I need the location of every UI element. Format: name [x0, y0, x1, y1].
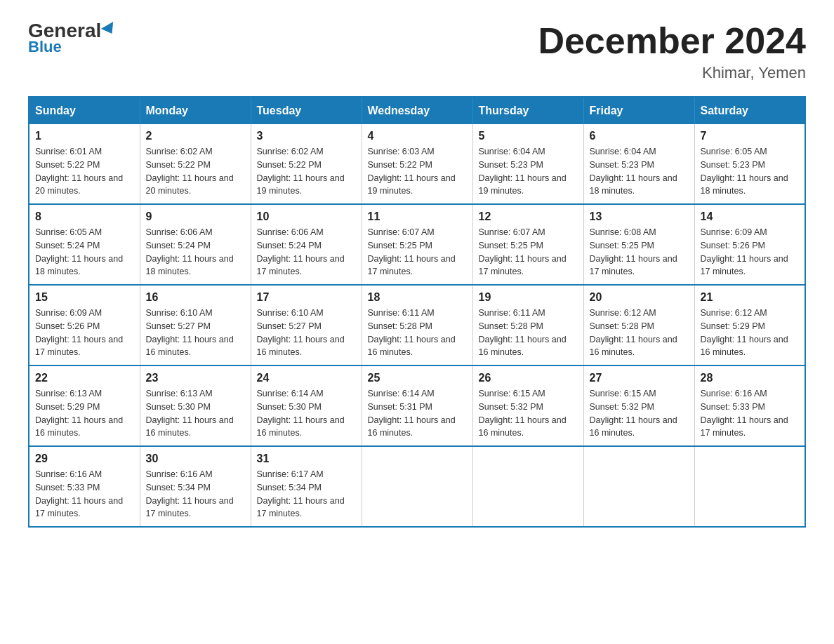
table-row: 18 Sunrise: 6:11 AMSunset: 5:28 PMDaylig…	[362, 285, 472, 365]
day-number: 16	[146, 291, 245, 304]
col-saturday: Saturday	[694, 97, 805, 124]
day-number: 24	[257, 372, 356, 384]
day-number: 19	[479, 291, 578, 304]
table-row: 14 Sunrise: 6:09 AMSunset: 5:26 PMDaylig…	[694, 204, 805, 285]
day-info: Sunrise: 6:08 AMSunset: 5:25 PMDaylight:…	[590, 226, 689, 279]
table-row: 17 Sunrise: 6:10 AMSunset: 5:27 PMDaylig…	[251, 285, 362, 365]
table-row: 3 Sunrise: 6:02 AMSunset: 5:22 PMDayligh…	[251, 124, 362, 204]
day-info: Sunrise: 6:17 AMSunset: 5:34 PMDaylight:…	[257, 468, 356, 521]
day-number: 11	[368, 210, 467, 223]
col-friday: Friday	[583, 97, 694, 124]
calendar-week-row: 1 Sunrise: 6:01 AMSunset: 5:22 PMDayligh…	[29, 124, 805, 204]
title-section: December 2024 Khimar, Yemen	[538, 21, 806, 82]
col-sunday: Sunday	[29, 97, 140, 124]
day-info: Sunrise: 6:06 AMSunset: 5:24 PMDaylight:…	[257, 226, 356, 279]
day-info: Sunrise: 6:05 AMSunset: 5:24 PMDaylight:…	[35, 226, 134, 279]
col-thursday: Thursday	[472, 97, 583, 124]
page-header: General Blue December 2024 Khimar, Yemen	[28, 21, 806, 82]
table-row: 21 Sunrise: 6:12 AMSunset: 5:29 PMDaylig…	[694, 285, 805, 365]
day-info: Sunrise: 6:06 AMSunset: 5:24 PMDaylight:…	[146, 226, 245, 279]
location: Khimar, Yemen	[538, 64, 806, 82]
day-number: 27	[590, 372, 689, 384]
table-row: 29 Sunrise: 6:16 AMSunset: 5:33 PMDaylig…	[29, 446, 140, 527]
day-number: 8	[35, 210, 134, 223]
calendar-week-row: 15 Sunrise: 6:09 AMSunset: 5:26 PMDaylig…	[29, 285, 805, 365]
table-row: 30 Sunrise: 6:16 AMSunset: 5:34 PMDaylig…	[140, 446, 251, 527]
table-row: 5 Sunrise: 6:04 AMSunset: 5:23 PMDayligh…	[472, 124, 583, 204]
day-number: 21	[701, 291, 800, 304]
day-info: Sunrise: 6:11 AMSunset: 5:28 PMDaylight:…	[479, 307, 578, 359]
day-info: Sunrise: 6:16 AMSunset: 5:34 PMDaylight:…	[146, 468, 245, 521]
day-number: 20	[590, 291, 689, 304]
day-number: 23	[146, 372, 245, 384]
table-row: 19 Sunrise: 6:11 AMSunset: 5:28 PMDaylig…	[472, 285, 583, 365]
day-number: 3	[257, 130, 356, 142]
logo-blue: Blue	[28, 38, 62, 56]
table-row: 6 Sunrise: 6:04 AMSunset: 5:23 PMDayligh…	[583, 124, 694, 204]
table-row: 11 Sunrise: 6:07 AMSunset: 5:25 PMDaylig…	[362, 204, 472, 285]
table-row	[472, 446, 583, 527]
day-number: 5	[479, 130, 578, 142]
day-number: 17	[257, 291, 356, 304]
table-row: 9 Sunrise: 6:06 AMSunset: 5:24 PMDayligh…	[140, 204, 251, 285]
day-info: Sunrise: 6:13 AMSunset: 5:30 PMDaylight:…	[146, 387, 245, 440]
day-info: Sunrise: 6:16 AMSunset: 5:33 PMDaylight:…	[35, 468, 134, 521]
day-info: Sunrise: 6:02 AMSunset: 5:22 PMDaylight:…	[146, 145, 245, 198]
day-number: 22	[35, 372, 134, 384]
day-number: 15	[35, 291, 134, 304]
day-info: Sunrise: 6:05 AMSunset: 5:23 PMDaylight:…	[701, 145, 800, 198]
calendar-week-row: 22 Sunrise: 6:13 AMSunset: 5:29 PMDaylig…	[29, 365, 805, 446]
day-info: Sunrise: 6:15 AMSunset: 5:32 PMDaylight:…	[590, 387, 689, 440]
col-tuesday: Tuesday	[251, 97, 362, 124]
table-row: 28 Sunrise: 6:16 AMSunset: 5:33 PMDaylig…	[694, 365, 805, 446]
day-number: 25	[368, 372, 467, 384]
day-info: Sunrise: 6:14 AMSunset: 5:30 PMDaylight:…	[257, 387, 356, 440]
calendar-table: Sunday Monday Tuesday Wednesday Thursday…	[28, 96, 806, 528]
table-row: 22 Sunrise: 6:13 AMSunset: 5:29 PMDaylig…	[29, 365, 140, 446]
calendar-week-row: 29 Sunrise: 6:16 AMSunset: 5:33 PMDaylig…	[29, 446, 805, 527]
calendar-header-row: Sunday Monday Tuesday Wednesday Thursday…	[29, 97, 805, 124]
day-number: 10	[257, 210, 356, 223]
table-row: 2 Sunrise: 6:02 AMSunset: 5:22 PMDayligh…	[140, 124, 251, 204]
day-number: 2	[146, 130, 245, 142]
day-number: 29	[35, 452, 134, 465]
day-number: 28	[701, 372, 800, 384]
logo-triangle-icon	[101, 22, 118, 37]
day-info: Sunrise: 6:03 AMSunset: 5:22 PMDaylight:…	[368, 145, 467, 198]
day-info: Sunrise: 6:02 AMSunset: 5:22 PMDaylight:…	[257, 145, 356, 198]
day-number: 1	[35, 130, 134, 142]
day-info: Sunrise: 6:09 AMSunset: 5:26 PMDaylight:…	[701, 226, 800, 279]
table-row	[362, 446, 472, 527]
day-number: 9	[146, 210, 245, 223]
table-row: 10 Sunrise: 6:06 AMSunset: 5:24 PMDaylig…	[251, 204, 362, 285]
table-row: 23 Sunrise: 6:13 AMSunset: 5:30 PMDaylig…	[140, 365, 251, 446]
day-info: Sunrise: 6:09 AMSunset: 5:26 PMDaylight:…	[35, 307, 134, 359]
month-title: December 2024	[538, 21, 806, 61]
table-row: 20 Sunrise: 6:12 AMSunset: 5:28 PMDaylig…	[583, 285, 694, 365]
day-info: Sunrise: 6:12 AMSunset: 5:29 PMDaylight:…	[701, 307, 800, 359]
table-row: 12 Sunrise: 6:07 AMSunset: 5:25 PMDaylig…	[472, 204, 583, 285]
table-row: 4 Sunrise: 6:03 AMSunset: 5:22 PMDayligh…	[362, 124, 472, 204]
col-wednesday: Wednesday	[362, 97, 472, 124]
calendar-week-row: 8 Sunrise: 6:05 AMSunset: 5:24 PMDayligh…	[29, 204, 805, 285]
day-number: 4	[368, 130, 467, 142]
day-number: 13	[590, 210, 689, 223]
day-info: Sunrise: 6:10 AMSunset: 5:27 PMDaylight:…	[146, 307, 245, 359]
day-info: Sunrise: 6:16 AMSunset: 5:33 PMDaylight:…	[701, 387, 800, 440]
day-number: 12	[479, 210, 578, 223]
day-number: 31	[257, 452, 356, 465]
day-info: Sunrise: 6:07 AMSunset: 5:25 PMDaylight:…	[368, 226, 467, 279]
day-info: Sunrise: 6:10 AMSunset: 5:27 PMDaylight:…	[257, 307, 356, 359]
table-row: 31 Sunrise: 6:17 AMSunset: 5:34 PMDaylig…	[251, 446, 362, 527]
col-monday: Monday	[140, 97, 251, 124]
table-row: 7 Sunrise: 6:05 AMSunset: 5:23 PMDayligh…	[694, 124, 805, 204]
logo: General Blue	[28, 21, 117, 56]
table-row: 27 Sunrise: 6:15 AMSunset: 5:32 PMDaylig…	[583, 365, 694, 446]
day-info: Sunrise: 6:15 AMSunset: 5:32 PMDaylight:…	[479, 387, 578, 440]
day-info: Sunrise: 6:14 AMSunset: 5:31 PMDaylight:…	[368, 387, 467, 440]
day-info: Sunrise: 6:01 AMSunset: 5:22 PMDaylight:…	[35, 145, 134, 198]
table-row: 8 Sunrise: 6:05 AMSunset: 5:24 PMDayligh…	[29, 204, 140, 285]
table-row: 13 Sunrise: 6:08 AMSunset: 5:25 PMDaylig…	[583, 204, 694, 285]
table-row	[583, 446, 694, 527]
day-number: 26	[479, 372, 578, 384]
